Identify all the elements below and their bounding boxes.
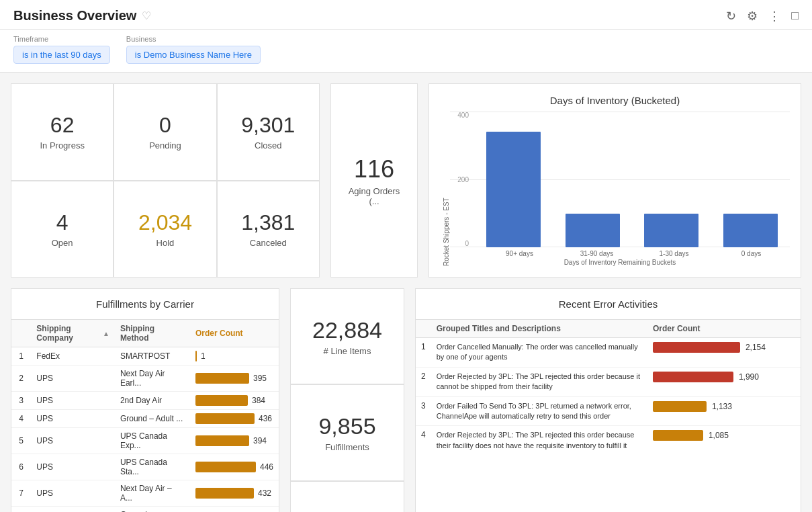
x-label-31-90: 31-90 days (565, 250, 629, 257)
error-card: Recent Error Activities Grouped Titles a… (415, 288, 801, 512)
error-col-count: Order Count (647, 320, 801, 338)
carrier-table-row: 2 UPS Next Day Air Earl... 395 (11, 366, 279, 392)
error-col-description: Grouped Titles and Descriptions (431, 320, 647, 338)
carrier-table-row: 3 UPS 2nd Day Air 384 (11, 392, 279, 410)
x-label-0days: 0 days (719, 250, 783, 257)
error-row-description: Order Rejected by 3PL: The 3PL rejected … (431, 367, 647, 396)
carrier-row-method: Next Day Air – A... (115, 480, 190, 507)
stat-in-progress: 62 In Progress (11, 83, 114, 181)
carrier-table-row: 7 UPS Next Day Air – A... 432 (11, 480, 279, 507)
metrics-column: 22,884 # Line Items 9,855 Fulfillments 1… (290, 288, 404, 512)
order-count-value: 432 (258, 488, 271, 498)
error-row-description: Order Failed To Send To 3PL: 3PL returne… (431, 396, 647, 426)
x-label-90plus: 90+ days (488, 250, 551, 257)
folder-icon[interactable]: □ (791, 9, 799, 23)
bar-90plus (480, 132, 548, 247)
carrier-row-count: 432 (190, 480, 279, 507)
carrier-table-row: 1 FedEx SMARTPOST 1 (11, 347, 279, 366)
bar-90plus-rect (486, 132, 541, 247)
bar-0days (717, 214, 785, 247)
error-row-num: 1 (416, 338, 431, 368)
metric-number-line-items: 22,884 (312, 317, 382, 343)
carrier-col-num (11, 320, 31, 347)
error-row-count: 1,990 (647, 367, 801, 396)
order-count-value: 1 (201, 351, 206, 361)
timeframe-label: Timeframe (13, 35, 110, 43)
error-title: Recent Error Activities (416, 289, 801, 320)
error-table-row: 4 Order Rejected by 3PL: The 3PL rejecte… (416, 426, 801, 455)
order-bar (195, 413, 255, 424)
error-row-count: 1,133 (647, 396, 801, 426)
carrier-row-count: 394 (190, 428, 279, 454)
carrier-row-company: UPS (31, 480, 115, 507)
carrier-row-num: 2 (11, 366, 31, 392)
y-axis-label: Rocket Shippers - EST (440, 112, 450, 266)
stat-label-hold: Hold (156, 238, 175, 248)
stat-pending: 0 Pending (114, 83, 216, 181)
error-count-value: 1,990 (739, 372, 759, 382)
business-filter[interactable]: is Demo Business Name Here (126, 46, 261, 64)
stat-label-closed: Closed (255, 140, 281, 151)
bar-31-90 (559, 214, 627, 247)
metric-line-items: 22,884 # Line Items (290, 288, 404, 384)
carrier-row-count: 446 (190, 454, 279, 480)
refresh-icon[interactable]: ↻ (726, 9, 736, 24)
carrier-row-method: SMARTPOST (115, 347, 190, 366)
carrier-col-method[interactable]: Shipping Method (115, 320, 190, 347)
error-count-value: 1,085 (709, 431, 729, 440)
stat-hold: 2,034 Hold (114, 181, 216, 278)
stat-number-open: 4 (56, 210, 69, 235)
error-table-row: 3 Order Failed To Send To 3PL: 3PL retur… (416, 396, 801, 426)
x-label-1-30: 1-30 days (642, 250, 706, 257)
stat-label-pending: Pending (149, 140, 181, 151)
carrier-row-count: 384 (190, 392, 279, 410)
carrier-table-row: 6 UPS UPS Canada Sta... 446 (11, 454, 279, 480)
timeframe-filter[interactable]: is in the last 90 days (13, 46, 110, 64)
filter-icon[interactable]: ⚙ (747, 9, 758, 24)
carrier-row-count: 1 (190, 347, 279, 366)
carrier-row-num: 5 (11, 428, 31, 454)
carrier-row-num: 4 (11, 410, 31, 428)
order-bar (195, 435, 249, 446)
error-bar (653, 372, 733, 382)
carrier-row-method: Ground – Return... (115, 507, 190, 513)
stat-label-in-progress: In Progress (40, 140, 84, 151)
carrier-row-company: UPS (31, 366, 115, 392)
carrier-row-num: 7 (11, 480, 31, 507)
carrier-row-num: 3 (11, 392, 31, 410)
carrier-row-company: UPS (31, 454, 115, 480)
aging-card: 116 Aging Orders (... (330, 83, 418, 278)
error-col-num (416, 320, 431, 338)
carrier-col-count[interactable]: Order Count (190, 320, 279, 347)
error-bar (653, 430, 703, 441)
order-count-value: 395 (253, 374, 267, 383)
carrier-row-method: UPS Canada Sta... (115, 454, 190, 480)
stat-closed: 9,301 Closed (217, 83, 320, 181)
carrier-row-company: UPS (31, 410, 115, 428)
carrier-row-count: 436 (190, 410, 279, 428)
error-row-num: 2 (416, 367, 431, 396)
page-title: Business Overview (13, 8, 136, 24)
carrier-row-num: 6 (11, 454, 31, 480)
carrier-row-company: UPS (31, 507, 115, 513)
stat-canceled: 1,381 Canceled (217, 181, 320, 278)
bar-1-30 (637, 214, 706, 247)
error-row-count: 2,154 (647, 338, 801, 368)
more-icon[interactable]: ⋮ (768, 9, 780, 24)
stat-number-pending: 0 (159, 113, 171, 138)
error-row-num: 3 (416, 396, 431, 426)
carrier-col-company[interactable]: Shipping Company ▲ (31, 320, 115, 347)
carrier-row-count: 395 (190, 366, 279, 392)
stat-label-open: Open (52, 238, 73, 248)
order-count-value: 446 (260, 462, 273, 472)
error-bar (653, 342, 740, 353)
order-bar (195, 351, 197, 361)
error-table: Grouped Titles and Descriptions Order Co… (416, 320, 801, 455)
metric-number-fulfillments: 9,855 (318, 413, 375, 439)
order-count-value: 436 (259, 414, 272, 423)
carrier-row-method: UPS Canada Exp... (115, 428, 190, 454)
carrier-row-method: 2nd Day Air (115, 392, 190, 410)
carrier-table-row: 4 UPS Ground – Adult ... 436 (11, 410, 279, 428)
metric-fulfillments: 9,855 Fulfillments (290, 384, 404, 480)
favorite-icon[interactable]: ♡ (142, 9, 151, 22)
